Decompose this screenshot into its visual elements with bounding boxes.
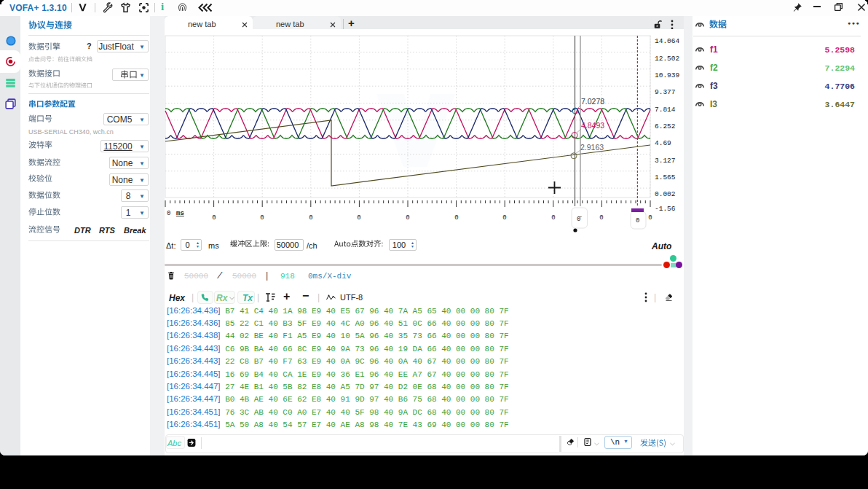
svg-text:0: 0 (551, 214, 555, 222)
svg-text:4.8493: 4.8493 (581, 121, 604, 130)
svg-text:1.565: 1.565 (655, 173, 676, 181)
svg-text:0: 0 (309, 214, 312, 222)
svg-text:4.69: 4.69 (655, 139, 671, 147)
svg-text:0: 0 (406, 214, 409, 222)
svg-text:ms: ms (176, 210, 184, 217)
svg-text:0: 0 (212, 214, 216, 222)
svg-text:0: 0 (357, 214, 360, 222)
svg-text:6.252: 6.252 (655, 122, 676, 130)
svg-text:0: 0 (636, 217, 639, 224)
svg-text:3.127: 3.127 (655, 157, 676, 165)
svg-text:7.814: 7.814 (655, 106, 676, 114)
svg-text:2.9163: 2.9163 (580, 143, 604, 152)
svg-text:14.064: 14.064 (655, 37, 680, 45)
svg-text:0: 0 (167, 210, 170, 217)
svg-text:9.377: 9.377 (655, 88, 676, 96)
svg-text:0: 0 (260, 214, 264, 222)
svg-text:10.939: 10.939 (655, 71, 680, 79)
svg-text:0: 0 (599, 214, 603, 222)
svg-text:7.0278: 7.0278 (581, 97, 604, 106)
svg-text:0: 0 (454, 214, 458, 222)
svg-text:12.502: 12.502 (655, 55, 680, 63)
svg-text:-1.56: -1.56 (655, 205, 676, 213)
svg-text:0: 0 (502, 214, 506, 222)
svg-text:0.002: 0.002 (655, 190, 676, 198)
svg-text:0: 0 (648, 214, 652, 222)
